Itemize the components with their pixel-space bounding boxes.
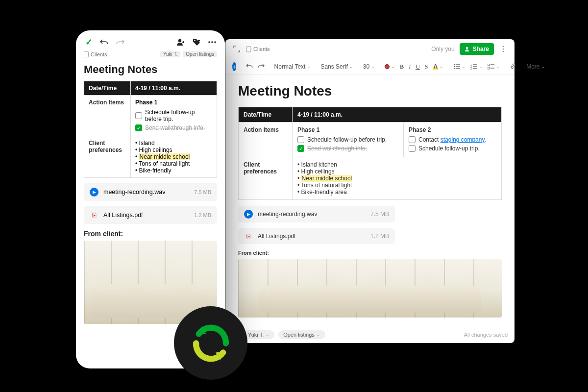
prefs-label: Client preferences — [84, 136, 131, 178]
attachment-pdf[interactable]: ⎘ All Listings.pdf 1.2 MB — [84, 206, 217, 224]
svg-point-3 — [503, 49, 504, 50]
desktop-editor-window: Clients Only you Share + Normal Text⌄ Sa… — [225, 39, 514, 343]
client-photo[interactable] — [238, 259, 502, 318]
phase2-item1: Contact staging company. — [418, 136, 486, 143]
pref-item: Near middle school — [135, 153, 212, 160]
attachment-pdf[interactable]: ⎘ All Listings.pdf 1.2 MB — [238, 228, 395, 244]
attachment-name: meeting-recording.wav — [258, 211, 317, 218]
more-menu-icon[interactable] — [499, 45, 508, 53]
svg-rect-10 — [456, 68, 460, 69]
attachment-name: All Listings.pdf — [103, 212, 143, 219]
attachment-size: 1.2 MB — [370, 233, 389, 240]
checklist-button[interactable]: ⌄ — [488, 64, 500, 70]
mobile-breadcrumb-row: Clients Yuki T. Open listings — [76, 51, 225, 60]
from-client-label: From client: — [84, 230, 217, 238]
col-datetime-value: 4-19 / 11:00 a.m. — [131, 81, 217, 96]
more-formatting-dropdown[interactable]: More⌄ — [526, 63, 545, 70]
col-datetime-label: Date/Time — [239, 107, 293, 122]
svg-text:3: 3 — [470, 67, 472, 70]
checkbox-unchecked[interactable] — [409, 145, 416, 152]
svg-point-5 — [454, 64, 455, 65]
svg-rect-12 — [473, 64, 477, 65]
tag-pill[interactable]: Yuki T. — [160, 51, 180, 57]
svg-point-23 — [194, 40, 195, 41]
note-title[interactable]: Meeting Notes — [238, 83, 502, 99]
svg-point-2 — [503, 46, 504, 48]
pref-item: High ceilings — [135, 147, 212, 153]
bullet-list-button[interactable]: ⌄ — [453, 64, 466, 70]
attachment-name: All Listings.pdf — [258, 233, 295, 240]
notebook-breadcrumb[interactable]: Clients — [84, 51, 107, 57]
share-button[interactable]: Share — [460, 43, 494, 55]
mobile-toolbar: ✓ — [76, 30, 225, 51]
pref-item: Bike-friendly — [135, 167, 212, 174]
attachment-audio[interactable]: ▶ meeting-recording.wav 7.5 MB — [238, 206, 395, 222]
add-person-icon[interactable] — [176, 37, 186, 47]
italic-button[interactable]: I — [409, 63, 411, 71]
checkbox-unchecked[interactable] — [135, 112, 142, 119]
action-items-label: Action Items — [239, 122, 293, 157]
bold-button[interactable]: B — [400, 63, 404, 71]
sync-icon — [174, 306, 247, 380]
undo-icon[interactable] — [99, 37, 109, 47]
prefs-label: Client preferences — [239, 157, 293, 200]
svg-point-7 — [454, 66, 455, 67]
prefs-cell[interactable]: Island High ceilings Near middle school … — [131, 136, 217, 178]
paragraph-style-dropdown[interactable]: Normal Text⌄ — [274, 63, 311, 70]
phase1-title: Phase 1 — [297, 126, 398, 133]
col-datetime-label: Date/Time — [84, 81, 131, 96]
tag-pill[interactable]: Open listings — [183, 51, 217, 57]
attachment-audio[interactable]: ▶ meeting-recording.wav 7.5 MB — [84, 183, 217, 201]
note-body[interactable]: Meeting Notes Date/Time 4-19 / 11:00 a.m… — [225, 74, 514, 326]
tag-pill[interactable]: Open listings⌄ — [278, 330, 325, 339]
svg-point-9 — [454, 68, 455, 69]
col-datetime-value: 4-19 / 11:00 a.m. — [293, 107, 502, 122]
tag-pill[interactable]: Yuki T.⌄ — [243, 330, 274, 339]
pref-item: Bike-friendly area — [297, 189, 496, 196]
redo-icon[interactable] — [115, 37, 125, 47]
underline-button[interactable]: U — [416, 63, 420, 71]
attachment-size: 7.5 MB — [194, 189, 211, 195]
from-client-label: From client: — [238, 250, 502, 256]
svg-rect-27 — [84, 51, 89, 57]
play-icon[interactable]: ▶ — [90, 188, 98, 196]
attachment-size: 1.2 MB — [194, 212, 211, 218]
strikethrough-button[interactable]: S — [425, 63, 428, 71]
meeting-table: Date/Time 4-19 / 11:00 a.m. Action Items… — [84, 81, 217, 178]
checkbox-unchecked[interactable] — [297, 136, 304, 143]
formatting-toolbar: + Normal Text⌄ Sans Serif⌄ 30⌄ ⌄ B I U S… — [225, 59, 514, 74]
undo-icon[interactable] — [246, 63, 253, 71]
share-status-label: Only you — [431, 46, 454, 52]
highlight-dropdown[interactable]: A⌄ — [433, 63, 443, 70]
action-items-label: Action Items — [84, 96, 131, 136]
done-check-icon[interactable]: ✓ — [84, 37, 94, 47]
play-icon[interactable]: ▶ — [244, 210, 253, 219]
pdf-icon: ⎘ — [90, 211, 98, 219]
link-button[interactable] — [510, 63, 516, 71]
checkbox-unchecked[interactable] — [409, 136, 416, 143]
text-color-dropdown[interactable]: ⌄ — [385, 64, 395, 69]
insert-button[interactable]: + — [232, 62, 236, 71]
phase2-cell[interactable]: Phase 2 Contact staging company. Schedul… — [404, 122, 502, 157]
font-size-dropdown[interactable]: 30⌄ — [363, 63, 375, 70]
pref-item: Island kitchen — [297, 161, 496, 168]
redo-icon[interactable] — [258, 63, 265, 71]
checkbox-checked[interactable]: ✓ — [297, 145, 304, 152]
meeting-table: Date/Time 4-19 / 11:00 a.m. Action Items… — [238, 107, 502, 200]
numbered-list-button[interactable]: 123⌄ — [470, 64, 483, 70]
notebook-breadcrumb[interactable]: Clients — [246, 46, 270, 52]
font-dropdown[interactable]: Sans Serif⌄ — [320, 63, 353, 70]
add-tag-icon[interactable] — [192, 37, 201, 47]
phase1-cell[interactable]: Phase 1 Schedule follow-up before trip. … — [131, 96, 217, 136]
expand-icon[interactable] — [232, 45, 241, 53]
prefs-cell[interactable]: Island kitchen High ceilings Near middle… — [293, 157, 502, 200]
phase1-item2: Send walkthrough info. — [307, 145, 367, 152]
note-title[interactable]: Meeting Notes — [84, 63, 217, 76]
checkbox-checked[interactable]: ✓ — [135, 124, 142, 131]
svg-rect-19 — [488, 67, 490, 69]
more-icon[interactable] — [207, 37, 217, 47]
phase1-cell[interactable]: Phase 1 Schedule follow-up before trip. … — [293, 122, 404, 157]
svg-point-26 — [214, 41, 216, 43]
svg-rect-0 — [246, 47, 251, 52]
pref-item: High ceilings — [297, 168, 496, 175]
